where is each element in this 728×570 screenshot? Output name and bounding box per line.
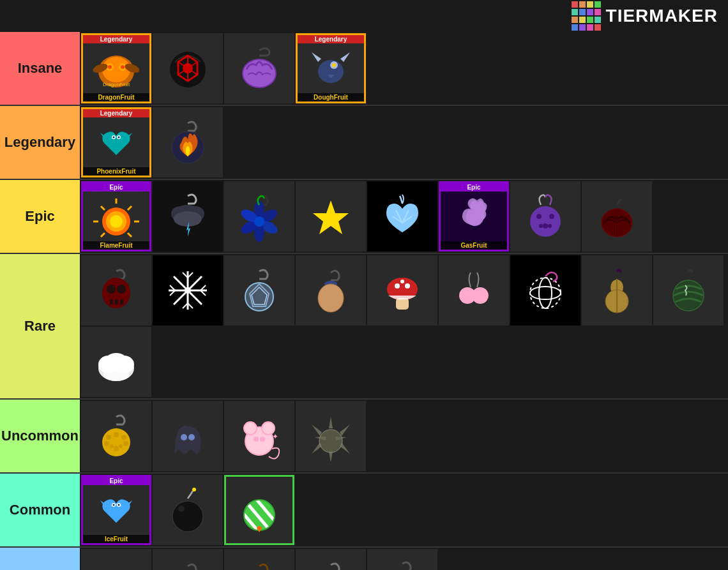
item-name-gasfruit: GasFruit [441,241,507,250]
item-dark-fire-fruit [153,107,223,177]
svg-point-110 [104,441,109,446]
fruit-icon [377,559,428,570]
svg-marker-128 [312,442,322,454]
tier-row-insane: Insane Legendary [0,32,728,106]
svg-point-115 [181,434,187,440]
item-flamefruit: Epic [81,181,151,251]
tier-items-insane: Legendary Dr [80,32,728,105]
item-dark-flower-fruit [224,181,294,251]
item-badge-legendary: Legendary [83,35,149,43]
svg-rect-63 [115,299,118,304]
header: TiERMAKER [0,0,728,32]
fruit-icon [234,191,285,242]
svg-point-48 [254,216,264,227]
item-green-brain-fruit [81,549,151,570]
item-cloud-fruit [81,327,151,397]
tier-label-legendary: Legendary [0,106,80,179]
item-purple-fruit [224,33,294,103]
svg-point-55 [548,224,552,228]
tier-label-insanely-bad: Insanely Bad [0,548,80,570]
svg-point-94 [539,278,552,308]
tier-items-rare [80,254,728,398]
fruit-icon [520,191,571,242]
fruit-icon [377,191,428,242]
item-spike-fruit [81,401,151,471]
fruit-icon [591,265,642,316]
tier-items-common: Epic Ic [80,474,728,546]
fruit-icon [305,410,356,461]
svg-rect-89 [396,298,409,310]
fruit-icon [377,265,428,316]
svg-text:✦: ✦ [272,432,278,441]
tier-row-epic: Epic Epic [0,180,728,254]
logo-cell [595,17,601,23]
fruit-icon [91,559,142,570]
fruit-icon [591,191,642,242]
item-dark-red-fruit [582,181,652,251]
item-green-stripe-fruit [224,475,294,545]
svg-point-135 [113,504,115,506]
svg-point-111 [114,446,119,451]
svg-point-104 [105,353,128,371]
svg-point-51 [536,214,542,219]
item-ice-fruit [153,255,223,326]
svg-point-93 [530,287,561,299]
svg-marker-125 [340,424,350,436]
tiermaker-container: TiERMAKER Insane Legendary [0,0,728,570]
item-icefruit: Epic Ic [81,475,151,545]
svg-text:DragonFruit: DragonFruit [103,82,130,87]
fruit-icon [234,484,285,536]
fruit-icon: ✦ [234,410,285,461]
tier-row-legendary: Legendary Legendary [0,106,728,180]
item-bomb-fruit [153,475,223,545]
logo-cell [572,24,578,31]
svg-rect-62 [110,299,113,304]
svg-marker-18 [312,52,321,62]
fruit-icon [91,191,142,242]
item-mouse-fruit: ✦ [224,401,294,471]
item-name-icefruit: IceFruit [83,535,149,543]
svg-marker-49 [313,200,349,234]
item-skull-fruit [81,255,151,326]
svg-point-61 [117,285,126,294]
item-tan-bulb-fruit [296,255,366,326]
fruit-icon [91,265,142,316]
svg-point-137 [192,488,196,491]
item-doughfruit: Legendary DoughFruit [296,33,366,103]
svg-line-34 [101,206,105,210]
logo: TiERMAKER [572,1,718,31]
item-pear-fruit [582,255,652,326]
fruit-icon: DragonFruit [91,43,142,94]
tier-row-rare: Rare [0,254,728,400]
fruit-icon [162,410,213,461]
fruit-icon [448,191,499,242]
logo-cell [579,1,586,8]
svg-rect-64 [120,299,123,304]
svg-point-114 [119,444,123,448]
fruit-icon [305,191,356,242]
svg-line-31 [128,206,132,210]
fruit-icon [520,265,571,316]
tier-row-insanely-bad: Insanely Bad [0,548,728,570]
svg-point-29 [110,215,123,228]
logo-grid [572,1,601,31]
svg-point-77 [185,287,191,294]
item-mushroom-fruit [367,255,437,326]
item-cat-fruit [153,549,223,570]
fruit-icon [448,265,499,316]
svg-point-50 [530,206,561,237]
tier-label-common: Common [0,474,80,546]
svg-point-91 [472,287,489,304]
fruit-icon [162,484,213,536]
fruit-icon [162,43,213,94]
svg-point-60 [107,285,116,294]
logo-cell [595,24,601,31]
item-green-melon-fruit [653,255,724,326]
item-ice-heart-fruit [367,181,437,251]
item-dragonfruit: Legendary Dr [81,33,151,103]
tier-label-rare: Rare [0,254,80,398]
logo-cell [587,17,593,23]
item-gourd-fruit [367,549,437,570]
svg-point-20 [332,63,336,67]
fruit-icon [663,265,714,316]
